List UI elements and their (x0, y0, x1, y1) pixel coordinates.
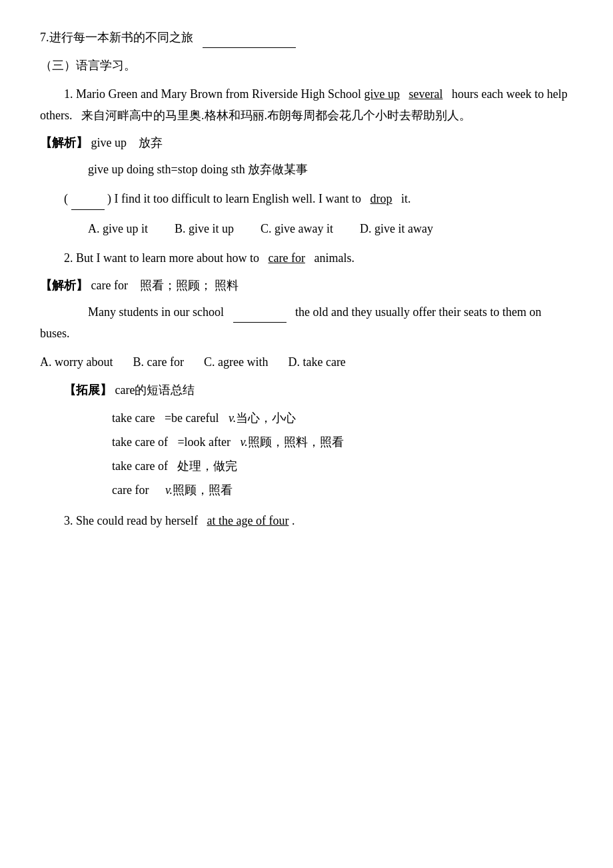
item-2-choice-d: D. take care (288, 351, 345, 373)
item-1-answer-blank (71, 209, 105, 210)
item-2-care-for: care for (268, 251, 305, 265)
item-2-sentence: 2. But I want to learn more about how to… (40, 247, 573, 269)
item-2-analysis: 【解析】 care for 照看；照顾； 照料 (40, 275, 573, 296)
item-2-choice-b: B. care for (133, 351, 183, 373)
choice-a: A. give up it (88, 218, 148, 239)
item-1-question: ( ) I find it too difficult to learn Eng… (40, 188, 573, 209)
expand-item-3: take care of 处理，做完 (40, 454, 573, 478)
item-2: 2. But I want to learn more about how to… (40, 247, 573, 502)
item-7-label: 7.进行每一本新书的不同之旅 (40, 31, 193, 44)
item-3: 3. She could read by herself at the age … (40, 510, 573, 531)
item-3-sentence: 3. She could read by herself at the age … (40, 510, 573, 531)
item-1-drop: drop (370, 192, 392, 205)
item-2-choices: A. worry about B. care for C. agree with… (40, 351, 573, 373)
item-2-analysis-header: 【解析】 care for 照看；照顾； 照料 (40, 275, 573, 296)
item-2-expand-header: 【拓展】 care的短语总结 (40, 379, 573, 401)
item-2-choice-a: A. worry about (40, 351, 113, 373)
section-3-header: （三）语言学习。 (40, 55, 573, 76)
item-7: 7.进行每一本新书的不同之旅 (40, 27, 573, 48)
choice-b: B. give it up (175, 218, 234, 239)
item-1-analysis-header: 【解析】 give up 放弃 (40, 132, 573, 153)
item-2-fill-sentence: Many students in our school the old and … (40, 301, 573, 345)
item-7-blank (203, 47, 296, 48)
choice-c: C. give away it (261, 218, 333, 239)
item-1-text-pre: 1. Mario Green and Mary Brown from River… (64, 87, 361, 101)
item-1-several: several (408, 87, 442, 101)
item-2-choice-c: C. agree with (204, 351, 268, 373)
item-1-q-text: ) I find it too difficult to learn Engli… (107, 192, 361, 205)
item-1: 1. Mario Green and Mary Brown from River… (40, 83, 573, 239)
item-1-analysis: 【解析】 give up 放弃 give up doing sth=stop d… (40, 132, 573, 181)
item-2-fill-blank (233, 322, 287, 323)
expand-item-4: care for v.照顾，照看 (40, 478, 573, 502)
expand-item-1: take care =be careful v.当心，小心 (40, 406, 573, 430)
choice-d: D. give it away (360, 218, 433, 239)
item-1-q-prefix: ( (64, 192, 68, 205)
item-1-sentence: 1. Mario Green and Mary Brown from River… (40, 83, 573, 127)
item-3-age: at the age of four (207, 514, 289, 527)
item-1-cn: 来自河畔高中的马里奥.格林和玛丽.布朗每周都会花几个小时去帮助别人。 (81, 109, 471, 122)
item-1-give-up: give up (364, 87, 400, 101)
item-1-choices: A. give up it B. give it up C. give away… (40, 218, 573, 239)
expand-item-2: take care of =look after v.照顾，照料，照看 (40, 430, 573, 454)
item-2-expand: 【拓展】 care的短语总结 take care =be careful v.当… (40, 379, 573, 502)
item-1-formula: give up doing sth=stop doing sth 放弃做某事 (40, 159, 573, 180)
